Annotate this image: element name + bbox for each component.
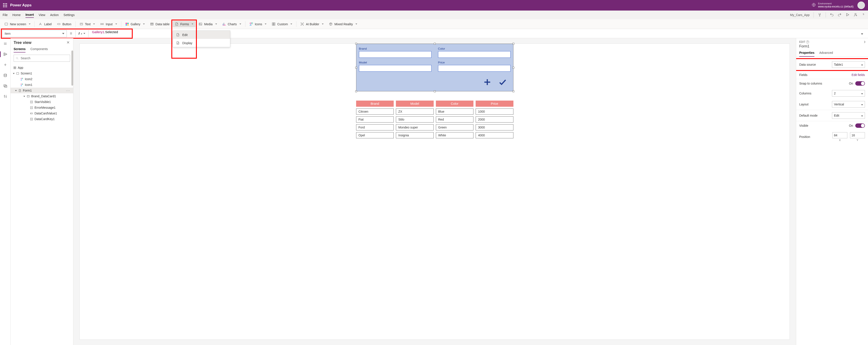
fx-label[interactable]: fx: [75, 30, 89, 37]
table-cell[interactable]: Ford: [356, 124, 394, 130]
icons-button[interactable]: Icons: [247, 21, 269, 27]
mixedreality-button[interactable]: Mixed Reality: [327, 21, 360, 27]
resize-handle[interactable]: [513, 43, 514, 44]
field-input[interactable]: [438, 65, 510, 71]
media-button[interactable]: Media: [196, 21, 219, 27]
environment-picker[interactable]: Environment www.vyuka-excelu.cz (default…: [811, 2, 854, 8]
tree-node-app[interactable]: App: [10, 65, 73, 70]
menu-view[interactable]: View: [39, 12, 45, 18]
table-cell[interactable]: Red: [436, 116, 474, 123]
tab-advanced[interactable]: Advanced: [819, 49, 833, 57]
rail-data-icon[interactable]: [2, 71, 9, 79]
table-cell[interactable]: Blue: [436, 108, 474, 115]
table-cell[interactable]: Opel: [356, 132, 394, 138]
input-button[interactable]: Input: [98, 21, 119, 27]
table-cell[interactable]: 4000: [476, 132, 514, 138]
tree-node-branddc[interactable]: Brand_DataCard1: [10, 93, 73, 99]
help-icon[interactable]: [861, 13, 865, 17]
tree-node-errormessage[interactable]: ErrorMessage1: [10, 105, 73, 111]
resize-handle[interactable]: [434, 43, 436, 44]
table-cell[interactable]: ZX: [396, 108, 434, 115]
rail-hamburger-icon[interactable]: [2, 40, 9, 48]
rail-treeview-icon[interactable]: [2, 51, 9, 58]
tree-search-input[interactable]: Search: [13, 55, 70, 62]
gallery-button[interactable]: Gallery: [123, 21, 147, 27]
resize-handle[interactable]: [355, 67, 357, 68]
table-cell[interactable]: 2000: [476, 116, 514, 123]
layout-select[interactable]: Vertical: [832, 101, 865, 107]
tree-node-starvisible[interactable]: StarVisible1: [10, 99, 73, 105]
defaultmode-select[interactable]: Edit: [832, 112, 865, 119]
more-icon[interactable]: ···: [66, 89, 70, 92]
rail-insert-icon[interactable]: [2, 61, 9, 68]
tree-node-datacardkey[interactable]: DataCardKey1: [10, 116, 73, 122]
app-file-name[interactable]: My_Cars_App: [790, 13, 810, 17]
undo-icon[interactable]: [830, 13, 834, 17]
custom-button[interactable]: Custom: [270, 21, 294, 27]
charts-button[interactable]: Charts: [220, 21, 243, 27]
field-input[interactable]: [359, 65, 432, 71]
expand-panel-icon[interactable]: [863, 40, 867, 44]
tree-node-screen1[interactable]: Screen1: [10, 70, 73, 76]
tree-node-icon1[interactable]: Icon1: [10, 82, 73, 88]
visible-toggle[interactable]: [855, 123, 865, 128]
play-icon[interactable]: [845, 13, 849, 17]
table-cell[interactable]: 3000: [476, 124, 514, 130]
edit-fields-link[interactable]: Edit fields: [851, 73, 865, 76]
columns-select[interactable]: 2: [832, 90, 865, 97]
position-y-input[interactable]: 16: [850, 132, 865, 138]
text-button[interactable]: Text: [77, 21, 97, 27]
table-cell[interactable]: Green: [436, 124, 474, 130]
check-icon[interactable]: [498, 78, 507, 87]
field-input[interactable]: [438, 51, 510, 58]
datatable-button[interactable]: Data table: [148, 21, 172, 27]
help-icon[interactable]: ?: [806, 40, 809, 43]
table-cell[interactable]: White: [436, 132, 474, 138]
form-control-selected[interactable]: Brand Color Model Price: [356, 44, 514, 91]
tab-properties[interactable]: Properties: [799, 49, 814, 57]
expand-formula-icon[interactable]: [858, 31, 866, 37]
tab-components[interactable]: Components: [30, 46, 48, 53]
tree-node-icon2[interactable]: Icon2: [10, 76, 73, 82]
position-x-input[interactable]: 84: [832, 132, 847, 138]
table-cell[interactable]: Citroen: [356, 108, 394, 115]
datasource-select[interactable]: Table1: [832, 61, 865, 68]
menu-file[interactable]: File: [3, 12, 8, 18]
menu-settings[interactable]: Settings: [63, 12, 75, 18]
resize-handle[interactable]: [513, 91, 514, 92]
redo-icon[interactable]: [838, 13, 842, 17]
resize-handle[interactable]: [355, 43, 357, 44]
snap-toggle[interactable]: [855, 81, 865, 86]
forms-display-item[interactable]: Display: [173, 39, 230, 47]
table-cell[interactable]: Fiat: [356, 116, 394, 123]
menu-insert[interactable]: Insert: [26, 12, 34, 18]
table-cell[interactable]: Mondeo super: [396, 124, 434, 130]
label-button[interactable]: Label: [36, 21, 54, 27]
property-selector[interactable]: Item: [2, 30, 67, 37]
add-icon[interactable]: [483, 78, 492, 87]
tree-node-form1[interactable]: Form1···: [10, 88, 73, 93]
new-screen-button[interactable]: New screen: [2, 21, 33, 27]
waffle-icon[interactable]: [3, 3, 7, 7]
resize-handle[interactable]: [513, 67, 514, 68]
button-button[interactable]: Button: [55, 21, 73, 27]
rail-media-icon[interactable]: [2, 82, 9, 90]
user-avatar[interactable]: [858, 2, 865, 9]
tree-node-datacardvalue[interactable]: DataCardValue1: [10, 111, 73, 116]
app-checker-icon[interactable]: [818, 13, 822, 17]
canvas-area[interactable]: Brand Color Model Price Brand Model Colo…: [73, 38, 796, 345]
table-cell[interactable]: Stilo: [396, 116, 434, 123]
menu-action[interactable]: Action: [50, 12, 59, 18]
resize-handle[interactable]: [355, 91, 357, 92]
aibuilder-button[interactable]: AI Builder: [298, 21, 326, 27]
forms-button[interactable]: Forms: [173, 21, 196, 27]
tab-screens[interactable]: Screens: [13, 46, 26, 53]
table-cell[interactable]: Insignia: [396, 132, 434, 138]
rail-tools-icon[interactable]: [2, 93, 9, 100]
table-cell[interactable]: 1000: [476, 108, 514, 115]
menu-home[interactable]: Home: [12, 12, 21, 18]
scrollbar-thumb[interactable]: [71, 51, 73, 86]
field-input[interactable]: [359, 51, 432, 58]
forms-edit-item[interactable]: Edit: [173, 31, 230, 39]
close-icon[interactable]: [66, 40, 70, 45]
